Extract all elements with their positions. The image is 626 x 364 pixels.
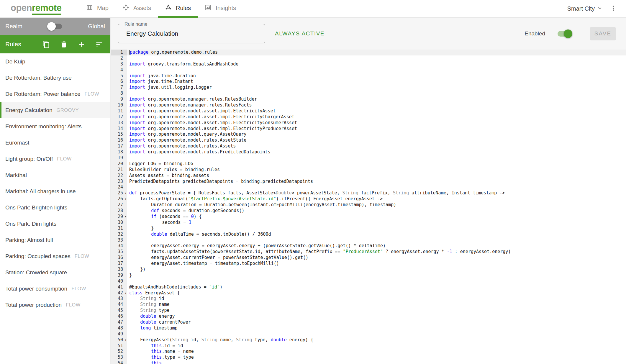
- gutter-line-number[interactable]: 53: [111, 355, 127, 360]
- groovy-code-editor[interactable]: 1234567891011121314151617181920212223242…: [111, 50, 626, 364]
- gutter-line-number[interactable]: 3: [111, 61, 127, 67]
- code-line[interactable]: [129, 278, 626, 284]
- editor-code-area[interactable]: package org.openremote.demo.rulesimport …: [127, 50, 626, 364]
- gutter-line-number[interactable]: 14: [111, 126, 127, 132]
- fold-toggle-icon[interactable]: ▾: [124, 215, 127, 219]
- tab-map[interactable]: Map: [79, 0, 115, 18]
- code-line[interactable]: [129, 67, 626, 73]
- gutter-line-number[interactable]: 43: [111, 296, 127, 302]
- gutter-line-number[interactable]: 32: [111, 232, 127, 237]
- code-line[interactable]: EnergyAsset(String id, String name, Stri…: [129, 337, 626, 343]
- gutter-line-number[interactable]: 48: [111, 325, 127, 331]
- tab-rules[interactable]: Rules: [158, 0, 198, 18]
- gutter-line-number[interactable]: 54: [111, 360, 127, 364]
- gutter-line-number[interactable]: 15: [111, 132, 127, 137]
- rule-list-item[interactable]: Parking: Occupied spacesFLOW: [0, 248, 110, 264]
- gutter-line-number[interactable]: 4: [111, 67, 127, 73]
- rule-list-item[interactable]: Environment monitoring: Alerts: [0, 118, 110, 135]
- sort-rules-button[interactable]: [95, 40, 103, 48]
- gutter-line-number[interactable]: 52: [111, 349, 127, 355]
- code-line[interactable]: double deltaTime = seconds.toDouble() / …: [129, 232, 626, 237]
- rule-list-item[interactable]: Ons Park: Dim lights: [0, 216, 110, 232]
- code-line[interactable]: Assets assets = binding.assets: [129, 173, 626, 179]
- code-line[interactable]: this: [129, 360, 626, 364]
- rule-list-item[interactable]: Euromast: [0, 135, 110, 151]
- code-line[interactable]: [129, 91, 626, 96]
- rule-list-item[interactable]: Light group: On/OffFLOW: [0, 151, 110, 167]
- gutter-line-number[interactable]: 41: [111, 284, 127, 290]
- code-line[interactable]: [129, 331, 626, 337]
- gutter-line-number[interactable]: 28: [111, 208, 127, 214]
- gutter-line-number[interactable]: 35: [111, 249, 127, 255]
- gutter-line-number[interactable]: 24: [111, 184, 127, 190]
- code-line[interactable]: import org.openremote.model.asset.impl.E…: [129, 126, 626, 132]
- rule-list-item[interactable]: De Rotterdam: Battery use: [0, 70, 110, 86]
- code-line[interactable]: this.type = type: [129, 355, 626, 360]
- code-line[interactable]: energyAsset.energy = energyAsset.energy …: [129, 243, 626, 249]
- rule-list-item[interactable]: De Rotterdam: Power balanceFLOW: [0, 86, 110, 102]
- gutter-line-number[interactable]: 29▾: [111, 214, 127, 220]
- gutter-line-number[interactable]: 23: [111, 179, 127, 185]
- code-line[interactable]: import org.openremote.model.rules.Predic…: [129, 149, 626, 155]
- gutter-line-number[interactable]: 16: [111, 137, 127, 143]
- enabled-toggle[interactable]: [558, 31, 571, 37]
- gutter-line-number[interactable]: 5: [111, 73, 127, 79]
- tab-insights[interactable]: Insights: [198, 0, 243, 18]
- gutter-line-number[interactable]: 11: [111, 108, 127, 114]
- code-line[interactable]: if (seconds == 0) {: [129, 214, 626, 220]
- code-line[interactable]: [129, 55, 626, 61]
- gutter-line-number[interactable]: 18: [111, 149, 127, 155]
- gutter-line-number[interactable]: 27: [111, 202, 127, 208]
- gutter-line-number[interactable]: 49: [111, 331, 127, 337]
- gutter-line-number[interactable]: 1: [111, 50, 127, 55]
- code-line[interactable]: String name: [129, 302, 626, 308]
- gutter-line-number[interactable]: 7: [111, 85, 127, 91]
- code-line[interactable]: import org.openremote.model.asset.impl.E…: [129, 108, 626, 114]
- code-line[interactable]: energyAsset.timestamp = timestamp.toEpoc…: [129, 261, 626, 267]
- code-line[interactable]: facts.updateAssetState(powerAssetState.i…: [129, 249, 626, 255]
- delete-rule-button[interactable]: [60, 40, 68, 48]
- code-line[interactable]: import groovy.transform.EqualsAndHashCod…: [129, 61, 626, 67]
- code-line[interactable]: this.name = name: [129, 349, 626, 355]
- code-line[interactable]: double energy: [129, 314, 626, 319]
- rule-list-item[interactable]: Ons Park: Brighten lights: [0, 199, 110, 216]
- save-button[interactable]: SAVE: [590, 27, 616, 40]
- fold-toggle-icon[interactable]: ▾: [124, 338, 127, 342]
- code-line[interactable]: Duration duration = Duration.between(Ins…: [129, 202, 626, 208]
- code-line[interactable]: import org.openremote.model.rules.AssetS…: [129, 137, 626, 143]
- gutter-line-number[interactable]: 21: [111, 167, 127, 173]
- code-line[interactable]: energyAsset.currentPower = powerAssetSta…: [129, 255, 626, 261]
- code-line[interactable]: this.id = id: [129, 343, 626, 349]
- code-line[interactable]: import java.time.Instant: [129, 79, 626, 85]
- code-line[interactable]: Logger LOG = binding.LOG: [129, 161, 626, 167]
- gutter-line-number[interactable]: 31: [111, 226, 127, 232]
- code-line[interactable]: facts.getOptional("$factPrefix-$powerAss…: [129, 196, 626, 202]
- realm-dropdown[interactable]: Smart City: [567, 5, 603, 13]
- gutter-line-number[interactable]: 19: [111, 155, 127, 161]
- code-line[interactable]: def processPowerState = { RulesFacts fac…: [129, 190, 626, 196]
- rule-list-item[interactable]: Total power consumptionFLOW: [0, 281, 110, 297]
- code-line[interactable]: double currentPower: [129, 319, 626, 325]
- gutter-line-number[interactable]: 47: [111, 319, 127, 325]
- code-line[interactable]: String id: [129, 296, 626, 302]
- gutter-line-number[interactable]: 10: [111, 102, 127, 108]
- code-line[interactable]: [129, 237, 626, 243]
- code-line[interactable]: import java.util.logging.Logger: [129, 85, 626, 91]
- gutter-line-number[interactable]: 36: [111, 255, 127, 261]
- gutter-line-number[interactable]: 20: [111, 161, 127, 167]
- rule-list-item[interactable]: Station: Crowded square: [0, 264, 110, 281]
- gutter-line-number[interactable]: 12: [111, 114, 127, 120]
- gutter-line-number[interactable]: 40: [111, 278, 127, 284]
- gutter-line-number[interactable]: 9: [111, 96, 127, 102]
- code-line[interactable]: [129, 184, 626, 190]
- gutter-line-number[interactable]: 30: [111, 220, 127, 226]
- rule-list-item[interactable]: Total power productionFLOW: [0, 297, 110, 313]
- openremote-logo[interactable]: openremote: [11, 3, 61, 15]
- code-line[interactable]: [129, 155, 626, 161]
- gutter-line-number[interactable]: 2: [111, 55, 127, 61]
- rule-list-item[interactable]: Parking: Almost full: [0, 232, 110, 248]
- gutter-line-number[interactable]: 33: [111, 237, 127, 243]
- gutter-line-number[interactable]: 39: [111, 273, 127, 278]
- gutter-line-number[interactable]: 42▾: [111, 290, 127, 296]
- fold-toggle-icon[interactable]: ▾: [124, 197, 127, 201]
